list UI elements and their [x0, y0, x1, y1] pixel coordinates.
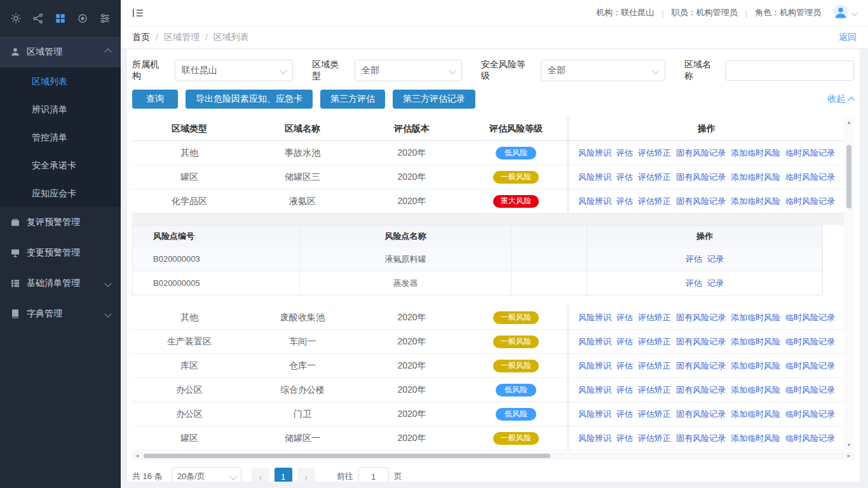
sidebar-item-0[interactable]: 区域管理 [0, 37, 121, 67]
operation-link[interactable]: 风险辨识 [578, 172, 611, 183]
operation-link[interactable]: 评估矫正 [638, 433, 671, 444]
goto-page-input[interactable] [358, 467, 389, 482]
operation-link[interactable]: 评估 [616, 336, 633, 348]
page-size-select[interactable]: 20条/页 [172, 467, 241, 482]
operation-link[interactable]: 固有风险记录 [676, 172, 726, 183]
region-type-select[interactable]: 全部 [355, 60, 462, 81]
operation-link[interactable]: 评估 [616, 433, 633, 444]
share-icon[interactable] [32, 13, 44, 24]
next-page-button[interactable]: › [297, 468, 315, 482]
operation-link[interactable]: 评估矫正 [638, 196, 671, 207]
operation-link[interactable]: 评估 [616, 147, 633, 159]
operation-link[interactable]: 添加临时风险 [731, 384, 780, 396]
operation-link[interactable]: 评估矫正 [638, 336, 671, 348]
operation-link[interactable]: 评估 [616, 384, 633, 396]
sidebar-item-3[interactable]: 基础清单管理 [0, 268, 121, 299]
operation-link[interactable]: 风险辨识 [578, 384, 611, 396]
sliders-icon[interactable] [99, 13, 111, 24]
operation-link[interactable]: 临时风险记录 [785, 172, 835, 183]
breadcrumb-home[interactable]: 首页 [132, 32, 150, 43]
export-button[interactable]: 导出危险因素应知、应急卡 [186, 90, 313, 109]
operation-link[interactable]: 固有风险记录 [676, 196, 726, 207]
operation-link[interactable]: 固有风险记录 [676, 147, 726, 159]
target-icon[interactable] [77, 13, 88, 24]
operation-link[interactable]: 记录 [707, 278, 724, 289]
operation-link[interactable]: 固有风险记录 [676, 433, 726, 444]
scroll-up-arrow-icon[interactable]: ▲ [846, 119, 851, 126]
operation-link[interactable]: 添加临时风险 [731, 360, 780, 372]
operation-link[interactable]: 临时风险记录 [785, 312, 835, 323]
operation-link[interactable]: 评估 [686, 254, 702, 265]
operation-link[interactable]: 评估矫正 [638, 409, 671, 420]
operation-link[interactable]: 评估 [616, 312, 633, 323]
sidebar-subitem[interactable]: 安全承诺卡 [0, 151, 121, 179]
horizontal-scrollbar[interactable]: ◄ ► [132, 452, 854, 460]
horizontal-scroll-track[interactable] [142, 453, 844, 459]
back-link[interactable]: 返回 [839, 32, 857, 43]
operation-link[interactable]: 风险辨识 [578, 147, 611, 159]
org-select[interactable]: 联仕昆山 [175, 60, 293, 81]
horizontal-scroll-thumb[interactable] [144, 454, 550, 458]
prev-page-button[interactable]: ‹ [252, 468, 269, 482]
operation-link[interactable]: 风险辨识 [578, 312, 611, 323]
operation-link[interactable]: 临时风险记录 [785, 384, 835, 396]
operation-link[interactable]: 固有风险记录 [676, 384, 726, 396]
risk-level-select[interactable]: 全部 [541, 60, 665, 81]
operation-link[interactable]: 评估 [616, 196, 633, 207]
sidebar-item-2[interactable]: 变更预警管理 [0, 238, 121, 268]
scroll-right-arrow-icon[interactable]: ► [844, 453, 854, 459]
sidebar-item-4[interactable]: 字典管理 [0, 299, 121, 329]
operation-link[interactable]: 评估 [616, 409, 633, 420]
operation-link[interactable]: 临时风险记录 [785, 336, 835, 348]
operation-link[interactable]: 添加临时风险 [731, 312, 780, 323]
breadcrumb-region-management[interactable]: 区域管理 [164, 32, 200, 43]
operation-link[interactable]: 风险辨识 [578, 196, 611, 207]
third-party-assess-button[interactable]: 第三方评估 [320, 90, 385, 109]
operation-link[interactable]: 记录 [707, 254, 724, 265]
operation-link[interactable]: 评估矫正 [638, 147, 671, 159]
user-menu[interactable] [832, 4, 857, 22]
operation-link[interactable]: 风险辨识 [578, 360, 611, 372]
operation-link[interactable]: 固有风险记录 [676, 360, 726, 372]
operation-link[interactable]: 评估矫正 [638, 172, 671, 183]
operation-link[interactable]: 评估矫正 [638, 384, 671, 396]
operation-link[interactable]: 评估矫正 [638, 312, 671, 323]
operation-link[interactable]: 临时风险记录 [785, 433, 835, 444]
modules-grid-icon[interactable] [55, 13, 66, 24]
operation-link[interactable]: 评估 [616, 360, 633, 372]
sidebar-toggle-icon[interactable] [132, 8, 144, 18]
operation-link[interactable]: 评估 [686, 278, 702, 289]
sidebar-subitem[interactable]: 区域列表 [0, 67, 121, 95]
operation-link[interactable]: 固有风险记录 [676, 409, 726, 420]
operation-link[interactable]: 临时风险记录 [785, 196, 835, 207]
sidebar-subitem[interactable]: 管控清单 [0, 123, 121, 151]
operation-link[interactable]: 添加临时风险 [731, 196, 780, 207]
scroll-down-arrow-icon[interactable]: ▼ [846, 442, 851, 449]
operation-link[interactable]: 添加临时风险 [731, 433, 780, 444]
operation-link[interactable]: 评估矫正 [638, 360, 671, 372]
operation-link[interactable]: 添加临时风险 [731, 147, 780, 159]
operation-link[interactable]: 临时风险记录 [785, 409, 835, 420]
operation-link[interactable]: 评估 [616, 172, 633, 183]
third-party-records-button[interactable]: 第三方评估记录 [393, 90, 475, 109]
operation-link[interactable]: 临时风险记录 [785, 147, 835, 159]
operation-link[interactable]: 风险辨识 [578, 336, 611, 348]
operation-link[interactable]: 添加临时风险 [731, 172, 780, 183]
vertical-scroll-thumb[interactable] [846, 145, 851, 208]
operation-link[interactable]: 添加临时风险 [731, 336, 780, 348]
sidebar-item-1[interactable]: 复评预警管理 [0, 207, 121, 238]
region-name-input[interactable] [725, 60, 854, 81]
current-page-button[interactable]: 1 [275, 468, 292, 482]
operation-link[interactable]: 临时风险记录 [785, 360, 835, 372]
sidebar-subitem[interactable]: 辨识清单 [0, 95, 121, 123]
operation-link[interactable]: 固有风险记录 [676, 336, 726, 348]
vertical-scroll-track[interactable] [844, 126, 854, 442]
sidebar-subitem[interactable]: 应知应会卡 [0, 179, 121, 207]
gear-icon[interactable] [10, 13, 22, 24]
operation-link[interactable]: 固有风险记录 [676, 312, 726, 323]
scroll-left-arrow-icon[interactable]: ◄ [132, 453, 142, 459]
collapse-filters-link[interactable]: 收起 [827, 93, 854, 105]
query-button[interactable]: 查询 [132, 90, 178, 109]
operation-link[interactable]: 添加临时风险 [731, 409, 780, 420]
operation-link[interactable]: 风险辨识 [578, 409, 611, 420]
